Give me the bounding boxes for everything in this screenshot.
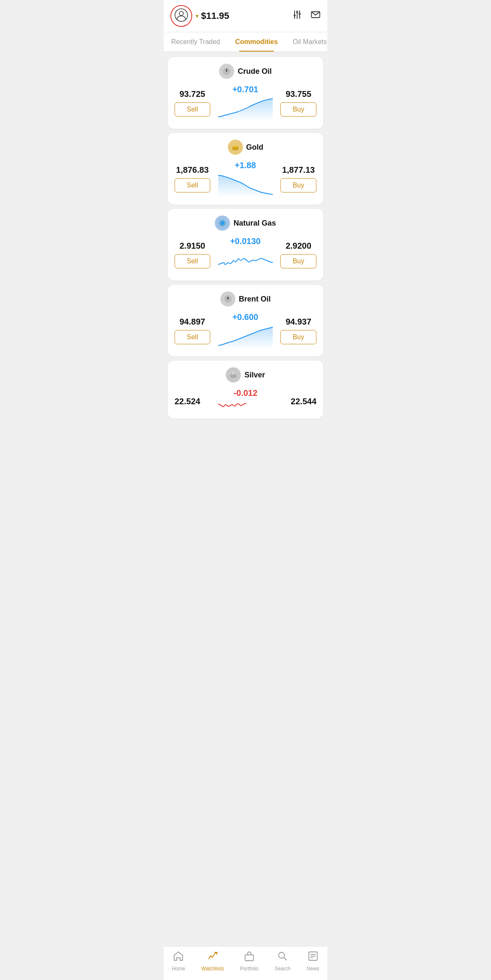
svg-point-17	[220, 221, 225, 225]
gold-body: 1,876.83 Sell +1.88 1,877.13	[175, 161, 316, 197]
natural-gas-change: +0.0130	[230, 237, 261, 246]
brent-oil-buy-button[interactable]: Buy	[280, 330, 316, 344]
gold-chart	[216, 172, 275, 197]
natural-gas-name: Natural Gas	[233, 219, 276, 228]
brent-oil-sell-price: 94.897	[180, 317, 205, 327]
crude-oil-buy-section: 93.755 Buy	[280, 89, 316, 117]
chevron-down-icon: ▾	[196, 13, 198, 19]
silver-body: 22.524 -0.012 22.544	[175, 388, 316, 414]
balance-amount: $11.95	[201, 10, 229, 21]
brent-oil-chart-area: +0.600	[210, 312, 281, 349]
gold-buy-section: 1,877.13 Buy	[280, 165, 316, 192]
crude-oil-chart-area: +0.701	[210, 85, 281, 121]
crude-oil-buy-price: 93.755	[286, 89, 311, 99]
card-crude-oil: Crude Oil 93.725 Sell +0.701	[168, 57, 323, 129]
svg-point-2	[297, 12, 298, 13]
commodities-list: Crude Oil 93.725 Sell +0.701	[164, 52, 327, 452]
silver-buy-section: 22.544	[291, 397, 316, 406]
natural-gas-sell-section: 2.9150 Sell	[175, 241, 210, 268]
balance-section[interactable]: ▾ $11.95	[196, 10, 229, 21]
natural-gas-sell-price: 2.9150	[180, 241, 205, 251]
silver-change: -0.012	[234, 388, 258, 398]
crude-oil-icon	[219, 64, 234, 79]
svg-point-1	[179, 11, 183, 16]
gold-buy-button[interactable]: Buy	[280, 178, 316, 192]
tab-recently-traded[interactable]: Recently Traded	[164, 32, 228, 52]
tab-bar: Recently Traded Commodities Oil Markets	[164, 32, 327, 52]
natural-gas-body: 2.9150 Sell +0.0130 2.9200 Buy	[175, 237, 316, 273]
card-gold: Gold 1,876.83 Sell +1.88	[168, 133, 323, 205]
gold-change: +1.88	[235, 161, 256, 170]
gold-chart-area: +1.88	[210, 161, 281, 197]
gold-sell-button[interactable]: Sell	[175, 178, 210, 192]
silver-sell-section: 22.524	[175, 397, 200, 406]
silver-chart	[216, 400, 275, 414]
svg-point-8	[299, 13, 300, 15]
crude-oil-change: +0.701	[232, 85, 259, 94]
gold-icon	[228, 140, 243, 155]
brent-oil-buy-price: 94.937	[286, 317, 311, 327]
svg-point-0	[175, 9, 188, 21]
header-actions	[292, 10, 321, 22]
gold-name: Gold	[246, 143, 264, 152]
svg-point-5	[294, 15, 295, 16]
natural-gas-header: Natural Gas	[175, 216, 316, 231]
card-natural-gas: Natural Gas 2.9150 Sell +0.0130 2.9200 B…	[168, 209, 323, 281]
brent-oil-name: Brent Oil	[239, 295, 271, 304]
avatar-wrapper	[170, 5, 192, 27]
brent-oil-body: 94.897 Sell +0.600 94.937	[175, 312, 316, 349]
brent-oil-sell-button[interactable]: Sell	[175, 330, 210, 344]
gold-header: Gold	[175, 140, 316, 155]
silver-name: Silver	[244, 371, 265, 380]
natural-gas-chart	[216, 248, 275, 273]
gold-sell-section: 1,876.83 Sell	[175, 165, 210, 192]
natural-gas-sell-button[interactable]: Sell	[175, 254, 210, 268]
settings-icon[interactable]	[292, 10, 302, 22]
mail-icon[interactable]	[311, 10, 321, 22]
brent-oil-header: Brent Oil	[175, 291, 316, 307]
natural-gas-buy-section: 2.9200 Buy	[280, 241, 316, 268]
gold-buy-price: 1,877.13	[282, 165, 315, 175]
silver-header: Silver	[175, 367, 316, 382]
natural-gas-buy-price: 2.9200	[286, 241, 311, 251]
svg-rect-21	[232, 372, 235, 374]
brent-oil-chart	[216, 324, 275, 349]
natural-gas-chart-area: +0.0130	[210, 237, 281, 273]
natural-gas-buy-button[interactable]: Buy	[280, 254, 316, 268]
crude-oil-chart	[216, 96, 275, 121]
header: ▾ $11.95	[164, 0, 327, 32]
brent-oil-change: +0.600	[232, 312, 259, 322]
silver-sell-price: 22.524	[175, 397, 200, 406]
brent-oil-icon	[220, 291, 235, 307]
silver-icon	[226, 367, 241, 382]
tab-oil-markets[interactable]: Oil Markets	[285, 32, 327, 52]
natural-gas-icon	[215, 216, 230, 231]
card-silver: Silver 22.524 -0.012 22.544	[168, 361, 323, 419]
crude-oil-sell-button[interactable]: Sell	[175, 102, 210, 117]
user-avatar-icon[interactable]	[175, 8, 188, 23]
crude-oil-header: Crude Oil	[175, 64, 316, 79]
crude-oil-name: Crude Oil	[238, 67, 272, 76]
crude-oil-body: 93.725 Sell +0.701 93.755	[175, 85, 316, 121]
crude-oil-sell-section: 93.725 Sell	[175, 89, 210, 117]
tab-commodities[interactable]: Commodities	[228, 32, 285, 52]
silver-chart-area: -0.012	[200, 388, 291, 414]
brent-oil-sell-section: 94.897 Sell	[175, 317, 210, 344]
card-brent-oil: Brent Oil 94.897 Sell +0.600	[168, 285, 323, 356]
crude-oil-buy-button[interactable]: Buy	[280, 102, 316, 117]
silver-buy-price: 22.544	[291, 397, 316, 406]
gold-sell-price: 1,876.83	[176, 165, 209, 175]
svg-rect-15	[234, 144, 237, 146]
crude-oil-sell-price: 93.725	[180, 89, 205, 99]
brent-oil-buy-section: 94.937 Buy	[280, 317, 316, 344]
